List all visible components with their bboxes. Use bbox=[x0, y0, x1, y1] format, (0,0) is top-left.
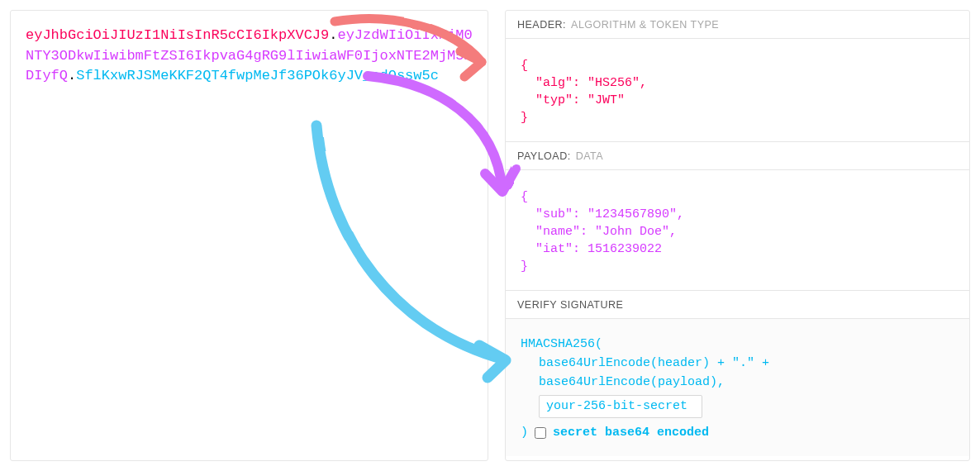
secret-input[interactable] bbox=[539, 395, 702, 418]
token-header-segment: eyJhbGciOiJIUzI1NiIsInR5cCI6IkpXVCJ9 bbox=[26, 27, 329, 43]
decoded-pane: HEADER: ALGORITHM & TOKEN TYPE { "alg": … bbox=[505, 10, 970, 461]
token-separator-dot: . bbox=[329, 27, 337, 43]
header-section-title: HEADER: ALGORITHM & TOKEN TYPE bbox=[506, 11, 969, 39]
payload-json[interactable]: { "sub": "1234567890", "name": "John Doe… bbox=[506, 170, 969, 290]
payload-subtitle-label: DATA bbox=[576, 150, 603, 162]
token-separator-dot: . bbox=[68, 68, 76, 83]
signature-title-label: VERIFY SIGNATURE bbox=[517, 299, 623, 311]
signature-fn-open: HMACSHA256( bbox=[521, 335, 954, 353]
header-title-label: HEADER: bbox=[517, 19, 566, 31]
payload-section-title: PAYLOAD: DATA bbox=[506, 142, 969, 170]
signature-body: HMACSHA256( base64UrlEncode(header) + ".… bbox=[506, 319, 969, 456]
payload-title-label: PAYLOAD: bbox=[517, 150, 571, 162]
secret-base64-checkbox[interactable] bbox=[535, 427, 546, 439]
signature-section-title: VERIFY SIGNATURE bbox=[506, 291, 969, 319]
signature-line-1: base64UrlEncode(header) + "." + bbox=[521, 354, 954, 372]
encoded-token-pane[interactable]: eyJhbGciOiJIUzI1NiIsInR5cCI6IkpXVCJ9.eyJ… bbox=[10, 10, 488, 461]
signature-section: VERIFY SIGNATURE HMACSHA256( base64UrlEn… bbox=[506, 290, 969, 456]
header-subtitle-label: ALGORITHM & TOKEN TYPE bbox=[571, 19, 719, 31]
signature-line-2: base64UrlEncode(payload), bbox=[521, 373, 954, 391]
payload-section: PAYLOAD: DATA { "sub": "1234567890", "na… bbox=[506, 141, 969, 290]
token-signature-segment: SflKxwRJSMeKKF2QT4fwpMeJf36POk6yJV_adQss… bbox=[76, 68, 439, 83]
signature-fn-close: ) bbox=[521, 424, 528, 441]
header-json[interactable]: { "alg": "HS256", "typ": "JWT" } bbox=[506, 39, 969, 141]
secret-base64-label[interactable]: secret base64 encoded bbox=[553, 424, 709, 441]
header-section: HEADER: ALGORITHM & TOKEN TYPE { "alg": … bbox=[506, 11, 969, 141]
